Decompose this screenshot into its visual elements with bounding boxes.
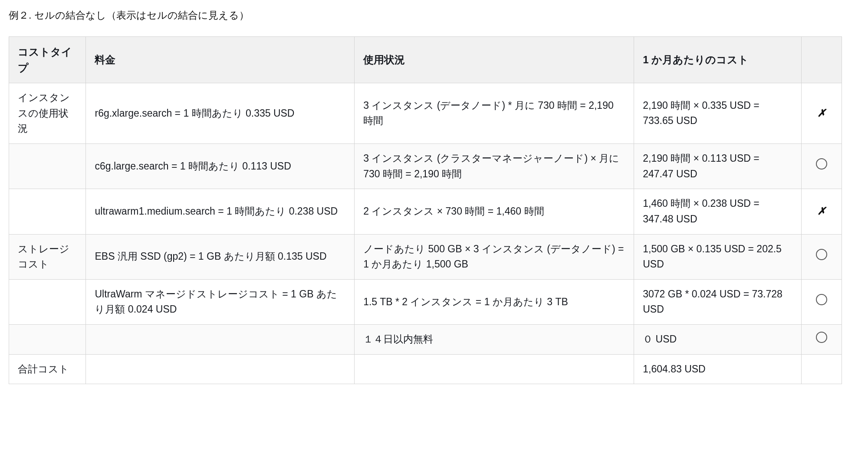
circle-icon <box>816 249 827 260</box>
cell-rate: r6g.xlarge.search = 1 時間あたり 0.335 USD <box>86 83 355 144</box>
cell-rate <box>86 325 355 355</box>
cell-cost-type: 合計コスト <box>9 354 86 384</box>
col-header-mark <box>801 36 842 83</box>
cell-rate <box>86 354 355 384</box>
cell-per-month: 1,500 GB × 0.135 USD = 202.5 USD <box>634 234 801 279</box>
cell-per-month: 2,190 時間 × 0.335 USD = 733.65 USD <box>634 83 801 144</box>
x-icon: ✗ <box>817 206 826 216</box>
cell-per-month: ０ USD <box>634 325 801 355</box>
cell-per-month: 1,460 時間 × 0.238 USD = 347.48 USD <box>634 189 801 234</box>
table-row: １４日以内無料 ０ USD <box>9 325 842 355</box>
cell-mark: ✗ <box>801 189 842 234</box>
x-icon: ✗ <box>817 108 826 118</box>
cell-per-month: 2,190 時間 × 0.113 USD = 247.47 USD <box>634 144 801 189</box>
col-header-usage: 使用状況 <box>355 36 634 83</box>
cell-rate: UltraWarm マネージドストレージコスト = 1 GB あたり月額 0.0… <box>86 279 355 324</box>
cell-mark <box>801 279 842 324</box>
cost-table: コストタイプ 料金 使用状況 1 か月あたりのコスト インスタンスの使用状況 r… <box>9 36 842 385</box>
col-header-rate: 料金 <box>86 36 355 83</box>
circle-icon <box>816 158 827 170</box>
cell-rate: c6g.large.search = 1 時間あたり 0.113 USD <box>86 144 355 189</box>
cell-cost-type <box>9 144 86 189</box>
cell-rate: EBS 汎用 SSD (gp2) = 1 GB あたり月額 0.135 USD <box>86 234 355 279</box>
col-header-cost-type: コストタイプ <box>9 36 86 83</box>
page: 例２. セルの結合なし（表示はセルの結合に見える） コストタイプ 料金 使用状況… <box>0 0 851 401</box>
cell-mark: ✗ <box>801 83 842 144</box>
cell-usage: 3 インスタンス (クラスターマネージャーノード) × 月に 730 時間 = … <box>355 144 634 189</box>
cell-usage: 2 インスタンス × 730 時間 = 1,460 時間 <box>355 189 634 234</box>
cell-mark <box>801 234 842 279</box>
table-row: UltraWarm マネージドストレージコスト = 1 GB あたり月額 0.0… <box>9 279 842 324</box>
section-heading: 例２. セルの結合なし（表示はセルの結合に見える） <box>9 8 842 23</box>
cell-cost-type: ストレージコスト <box>9 234 86 279</box>
circle-icon <box>816 294 827 305</box>
circle-icon <box>816 332 827 343</box>
cell-mark <box>801 325 842 355</box>
cell-usage: 3 インスタンス (データノード) * 月に 730 時間 = 2,190 時間 <box>355 83 634 144</box>
table-header-row: コストタイプ 料金 使用状況 1 か月あたりのコスト <box>9 36 842 83</box>
cell-cost-type <box>9 189 86 234</box>
table-row: 合計コスト 1,604.83 USD <box>9 354 842 384</box>
table-row: ストレージコスト EBS 汎用 SSD (gp2) = 1 GB あたり月額 0… <box>9 234 842 279</box>
table-row: ultrawarm1.medium.search = 1 時間あたり 0.238… <box>9 189 842 234</box>
cell-usage: 1.5 TB * 2 インスタンス = 1 か月あたり 3 TB <box>355 279 634 324</box>
cell-per-month: 3072 GB * 0.024 USD = 73.728 USD <box>634 279 801 324</box>
cell-usage: ノードあたり 500 GB × 3 インスタンス (データノード) = 1 か月… <box>355 234 634 279</box>
col-header-per-month: 1 か月あたりのコスト <box>634 36 801 83</box>
cost-table-body: インスタンスの使用状況 r6g.xlarge.search = 1 時間あたり … <box>9 83 842 384</box>
cell-cost-type <box>9 279 86 324</box>
cell-mark <box>801 354 842 384</box>
cell-mark <box>801 144 842 189</box>
cell-per-month: 1,604.83 USD <box>634 354 801 384</box>
cell-usage: １４日以内無料 <box>355 325 634 355</box>
cell-cost-type: インスタンスの使用状況 <box>9 83 86 144</box>
cell-cost-type <box>9 325 86 355</box>
cell-usage <box>355 354 634 384</box>
table-row: c6g.large.search = 1 時間あたり 0.113 USD 3 イ… <box>9 144 842 189</box>
table-row: インスタンスの使用状況 r6g.xlarge.search = 1 時間あたり … <box>9 83 842 144</box>
cell-rate: ultrawarm1.medium.search = 1 時間あたり 0.238… <box>86 189 355 234</box>
